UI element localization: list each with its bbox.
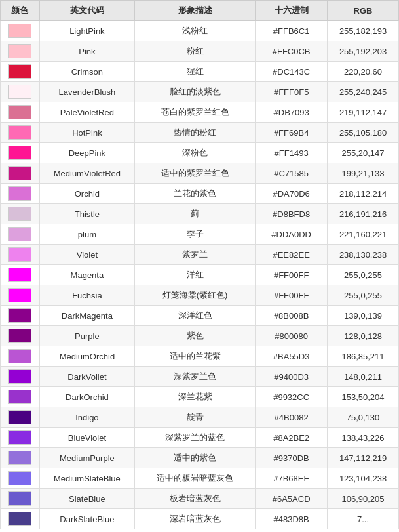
color-code: DarkSlateBlue <box>39 509 134 529</box>
color-code: Purple <box>39 326 134 346</box>
color-code: HotPink <box>39 123 134 143</box>
color-swatch-cell <box>1 143 40 163</box>
table-row: Thistle蓟#D8BFD8216,191,216 <box>1 204 399 224</box>
color-rgb: 238,130,238 <box>328 245 399 265</box>
color-swatch <box>8 512 31 526</box>
color-desc: 深粉色 <box>134 143 255 163</box>
table-row: PaleVioletRed苍白的紫罗兰红色#DB7093219,112,147 <box>1 102 399 123</box>
color-desc: 粉红 <box>134 41 255 62</box>
color-swatch <box>8 247 31 262</box>
color-desc: 适中的紫色 <box>134 448 255 468</box>
color-desc: 苍白的紫罗兰红色 <box>134 102 255 123</box>
color-code: DarkOrchid <box>39 387 134 407</box>
table-row: DarkVoilet深紫罗兰色#9400D3148,0,211 <box>1 367 399 387</box>
table-row: Pink粉红#FFC0CB255,192,203 <box>1 41 399 62</box>
color-rgb: 138,43,226 <box>328 428 399 448</box>
color-hex: #7B68EE <box>256 468 328 489</box>
color-rgb: 255,240,245 <box>328 82 399 102</box>
table-row: BlueViolet深紫罗兰的蓝色#8A2BE2138,43,226 <box>1 428 399 448</box>
color-swatch <box>8 308 31 323</box>
table-row: MediumVioletRed适中的紫罗兰红色#C71585199,21,133 <box>1 163 399 184</box>
color-hex: #EE82EE <box>256 245 328 265</box>
color-rgb: 148,0,211 <box>328 367 399 387</box>
color-code: Thistle <box>39 204 134 224</box>
color-swatch <box>8 369 31 384</box>
color-code: MediumOrchid <box>39 346 134 367</box>
color-swatch <box>8 24 31 38</box>
color-swatch-cell <box>1 245 40 265</box>
color-hex: #FFC0CB <box>256 41 328 62</box>
color-rgb: 7... <box>328 509 399 529</box>
color-desc: 热情的粉红 <box>134 123 255 143</box>
color-code: Violet <box>39 245 134 265</box>
color-code: DeepPink <box>39 143 134 163</box>
color-swatch-cell <box>1 468 40 489</box>
color-rgb: 220,20,60 <box>328 62 399 82</box>
color-hex: #FFF0F5 <box>256 82 328 102</box>
color-swatch <box>8 390 31 404</box>
color-desc: 蓟 <box>134 204 255 224</box>
color-hex: #D8BFD8 <box>256 204 328 224</box>
table-row: DarkOrchid深兰花紫#9932CC153,50,204 <box>1 387 399 407</box>
color-rgb: 139,0,139 <box>328 306 399 326</box>
color-swatch <box>8 227 31 241</box>
color-desc: 紫罗兰 <box>134 245 255 265</box>
color-hex: #800080 <box>256 326 328 346</box>
header-code: 英文代码 <box>39 1 134 21</box>
color-swatch <box>8 471 31 485</box>
color-swatch <box>8 105 31 119</box>
color-rgb: 186,85,211 <box>328 346 399 367</box>
color-swatch-cell <box>1 428 40 448</box>
color-rgb: 123,104,238 <box>328 468 399 489</box>
color-hex: #DA70D6 <box>256 184 328 204</box>
color-desc: 兰花的紫色 <box>134 184 255 204</box>
color-desc: 李子 <box>134 224 255 245</box>
color-swatch <box>8 85 31 99</box>
color-rgb: 153,50,204 <box>328 387 399 407</box>
color-swatch <box>8 125 31 140</box>
table-row: Fuchsia灯笼海棠(紫红色)#FF00FF255,0,255 <box>1 285 399 306</box>
color-rgb: 218,112,214 <box>328 184 399 204</box>
color-desc: 浅粉红 <box>134 21 255 41</box>
color-swatch <box>8 146 31 160</box>
color-hex: #DB7093 <box>256 102 328 123</box>
table-row: LightPink浅粉红#FFB6C1255,182,193 <box>1 21 399 41</box>
color-desc: 深紫罗兰色 <box>134 367 255 387</box>
table-row: Violet紫罗兰#EE82EE238,130,238 <box>1 245 399 265</box>
color-rgb: 147,112,219 <box>328 448 399 468</box>
color-rgb: 255,192,203 <box>328 41 399 62</box>
color-code: SlateBlue <box>39 489 134 509</box>
color-code: Magenta <box>39 265 134 285</box>
color-swatch <box>8 64 31 79</box>
header-color: 颜色 <box>1 1 40 21</box>
color-swatch-cell <box>1 367 40 387</box>
color-rgb: 255,0,255 <box>328 285 399 306</box>
table-row: Magenta洋红#FF00FF255,0,255 <box>1 265 399 285</box>
color-swatch-cell <box>1 306 40 326</box>
color-code: LightPink <box>39 21 134 41</box>
color-hex: #FFB6C1 <box>256 21 328 41</box>
color-rgb: 75,0,130 <box>328 407 399 428</box>
color-hex: #BA55D3 <box>256 346 328 367</box>
table-row: plum李子#DDA0DD221,160,221 <box>1 224 399 245</box>
color-swatch-cell <box>1 407 40 428</box>
color-desc: 靛青 <box>134 407 255 428</box>
color-rgb: 255,0,255 <box>328 265 399 285</box>
color-hex: #FF1493 <box>256 143 328 163</box>
table-row: HotPink热情的粉红#FF69B4255,105,180 <box>1 123 399 143</box>
color-hex: #9370DB <box>256 448 328 468</box>
color-desc: 板岩暗蓝灰色 <box>134 489 255 509</box>
color-code: BlueViolet <box>39 428 134 448</box>
table-row: Crimson猩红#DC143C220,20,60 <box>1 62 399 82</box>
color-swatch <box>8 451 31 465</box>
table-row: LavenderBlush脸红的淡紫色#FFF0F5255,240,245 <box>1 82 399 102</box>
color-swatch-cell <box>1 448 40 468</box>
color-swatch-cell <box>1 265 40 285</box>
color-rgb: 216,191,216 <box>328 204 399 224</box>
header-hex: 十六进制 <box>256 1 328 21</box>
color-desc: 洋红 <box>134 265 255 285</box>
color-hex: #8B008B <box>256 306 328 326</box>
table-row: MediumSlateBlue适中的板岩暗蓝灰色#7B68EE123,104,2… <box>1 468 399 489</box>
color-swatch-cell <box>1 285 40 306</box>
color-swatch <box>8 349 31 363</box>
